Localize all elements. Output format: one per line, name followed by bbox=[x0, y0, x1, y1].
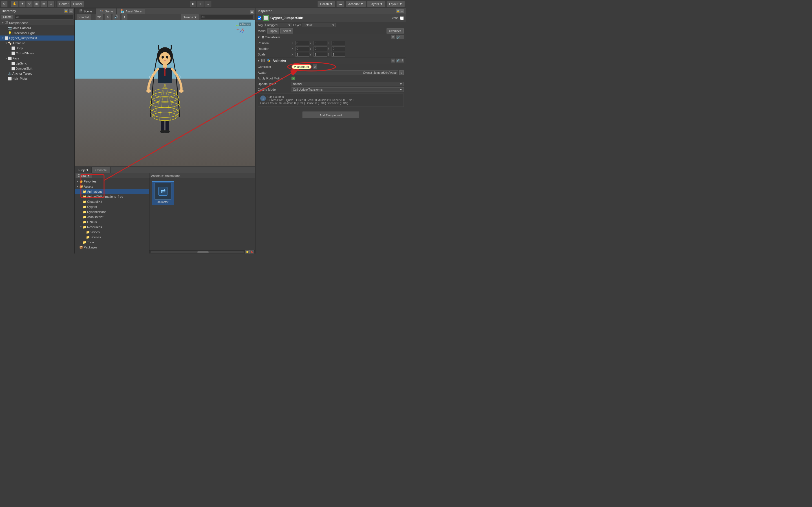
scene-view[interactable]: ↑ Y → X ↗ Z ⊲Persp bbox=[75, 20, 255, 166]
animator-header[interactable]: ▼ ✓ 🎭 Animator ⊞ 🔗 ⋮ bbox=[255, 57, 406, 64]
tab-console[interactable]: Console bbox=[92, 167, 110, 173]
hierarchy-menu-btn[interactable]: ☰ bbox=[69, 9, 73, 13]
hierarchy-item-cygnet[interactable]: ▼ ⬜ Cygnet_JumperSkirt bbox=[0, 36, 74, 41]
hierarchy-item-jumperskirt[interactable]: ▶ ⬜ JumperSkirt bbox=[0, 66, 74, 71]
model-select-btn[interactable]: Select bbox=[280, 29, 293, 34]
asset-tree-cygnet[interactable]: ▶ 📁 Cygnet bbox=[75, 204, 149, 209]
animator-grid-btn[interactable]: ⊞ bbox=[391, 59, 395, 62]
play-btn[interactable]: ▶ bbox=[190, 1, 196, 7]
asset-tree-resources[interactable]: ▼ 📁 Resources bbox=[75, 224, 149, 230]
rotation-x-input[interactable] bbox=[296, 47, 309, 51]
tag-dropdown[interactable]: Untagged ▼ bbox=[264, 23, 292, 27]
hierarchy-item-main-camera[interactable]: ▶ 📷 Main Camera bbox=[0, 25, 74, 31]
animator-asset-item[interactable]: ⇄ animator bbox=[152, 181, 174, 205]
rotation-z-input[interactable] bbox=[332, 47, 345, 51]
lighting-btn[interactable]: ☀ bbox=[104, 14, 111, 20]
animator-enable-checkbox[interactable]: ✓ bbox=[261, 59, 265, 62]
rotation-y-input[interactable] bbox=[313, 47, 327, 51]
update-mode-dropdown[interactable]: Normal ▼ bbox=[292, 82, 404, 86]
inspector-menu-btn[interactable]: ☰ bbox=[400, 9, 404, 13]
position-x-input[interactable] bbox=[296, 41, 309, 45]
tab-game[interactable]: 🎮 Game bbox=[96, 8, 117, 14]
hierarchy-item-oxford[interactable]: ▶ ⬜ OxfordShoes bbox=[0, 51, 74, 56]
rotate-tool-btn[interactable]: ↺ bbox=[26, 1, 33, 7]
layout-btn[interactable]: Layout ▼ bbox=[387, 1, 405, 7]
inspector-lock-btn[interactable]: 🔒 bbox=[396, 9, 400, 13]
asset-scrollbar[interactable]: ⭐ 🔖 bbox=[149, 250, 255, 253]
project-create-btn[interactable]: Create ▼ bbox=[76, 173, 92, 178]
asset-tree-favorites[interactable]: ▶ ⭐ Favorites bbox=[75, 179, 149, 184]
asset-tree-packages[interactable]: ▶ 📦 Packages bbox=[75, 245, 149, 250]
hierarchy-item-armature[interactable]: ▼ 🦴 Armature bbox=[0, 41, 74, 46]
asset-tree-toon[interactable]: ▶ 📁 Toon bbox=[75, 240, 149, 245]
object-active-checkbox[interactable] bbox=[258, 16, 261, 20]
asset-tree-assets[interactable]: ▼ 📁 Assets bbox=[75, 184, 149, 189]
add-component-btn[interactable]: Add Component bbox=[303, 112, 359, 118]
2d-btn[interactable]: 2D bbox=[95, 14, 103, 20]
global-btn[interactable]: Global bbox=[71, 1, 84, 7]
controller-pick-btn[interactable]: ⊙ bbox=[313, 64, 317, 69]
center-btn[interactable]: Center bbox=[57, 1, 70, 7]
shaded-dropdown[interactable]: Shaded bbox=[77, 14, 91, 20]
asset-tree-voices[interactable]: ▶ 📁 Voices bbox=[75, 230, 149, 235]
hierarchy-item-face[interactable]: ▼ ⬜ Face bbox=[0, 56, 74, 61]
pause-btn[interactable]: ⏸ bbox=[197, 1, 204, 7]
breadcrumb-assets[interactable]: Assets bbox=[151, 174, 160, 177]
hierarchy-create-btn[interactable]: Create bbox=[1, 15, 13, 20]
scroll-bookmark-btn[interactable]: 🔖 bbox=[250, 250, 254, 254]
asset-tree-animegirl[interactable]: ▶ 📁 AnimeGirlAnimations_free bbox=[75, 194, 149, 199]
transform-link-btn[interactable]: 🔗 bbox=[396, 35, 400, 39]
tab-scene[interactable]: 🎬 Scene bbox=[75, 8, 96, 14]
avatar-pick-btn[interactable]: ⊙ bbox=[399, 70, 404, 75]
hierarchy-item-lipsync[interactable]: ▶ ⬜ LipSync bbox=[0, 61, 74, 66]
model-open-btn[interactable]: Open bbox=[267, 29, 279, 34]
transform-menu-btn[interactable]: ⋮ bbox=[400, 35, 404, 39]
transform-header[interactable]: ▼ ⊞ Transform ⊞ 🔗 ⋮ bbox=[255, 34, 406, 40]
layers-btn[interactable]: Layers ▼ bbox=[367, 1, 386, 7]
scene-root-item[interactable]: ▼ 🎬 SampleScene bbox=[0, 20, 74, 25]
asset-tree-scenes[interactable]: ▶ 📁 Scenes bbox=[75, 235, 149, 240]
overrides-btn[interactable]: Overrides bbox=[387, 29, 404, 34]
apply-root-checkbox[interactable]: ✓ bbox=[292, 76, 295, 80]
account-btn[interactable]: Account ▼ bbox=[346, 1, 366, 7]
cloud-btn[interactable]: ☁ bbox=[336, 1, 345, 7]
scene-panel-menu[interactable]: ☰ bbox=[250, 10, 254, 14]
animator-menu-btn[interactable]: ⋮ bbox=[400, 59, 404, 62]
gizmos-btn[interactable]: Gizmos ▼ bbox=[181, 14, 199, 20]
asset-tree-dynamicbone[interactable]: ▶ 📁 DynamicBone bbox=[75, 209, 149, 214]
hierarchy-item-body[interactable]: ▶ ⬜ Body bbox=[0, 46, 74, 51]
animator-link-btn[interactable]: 🔗 bbox=[396, 59, 400, 62]
move-tool-btn[interactable]: ✦ bbox=[19, 1, 26, 7]
avatar-dropdown[interactable]: 👤 Cygnet_JumperSkirtAvatar bbox=[292, 70, 398, 75]
scale-tool-btn[interactable]: ⊞ bbox=[33, 1, 40, 7]
hierarchy-search-input[interactable] bbox=[15, 15, 73, 19]
scale-x-input[interactable] bbox=[296, 52, 309, 57]
rect-tool-btn[interactable]: ▭ bbox=[40, 1, 47, 7]
hand-tool-btn[interactable]: ✋ bbox=[11, 1, 18, 7]
transform-grid-btn[interactable]: ⊞ bbox=[391, 35, 395, 39]
hierarchy-item-directional-light[interactable]: ▶ 💡 Directional Light bbox=[0, 31, 74, 36]
culling-mode-dropdown[interactable]: Cull Update Transforms ▼ bbox=[292, 87, 404, 92]
step-btn[interactable]: ⏭ bbox=[204, 1, 211, 7]
audio-btn[interactable]: 🔊 bbox=[112, 14, 120, 20]
breadcrumb-animations[interactable]: Animations bbox=[165, 174, 180, 177]
layer-dropdown[interactable]: Default ▼ bbox=[302, 23, 336, 27]
hierarchy-item-anchor-target[interactable]: ▶ ⚓ Anchor Target bbox=[0, 71, 74, 76]
scale-y-input[interactable] bbox=[313, 52, 327, 57]
hierarchy-lock-btn[interactable]: 🔒 bbox=[64, 9, 68, 13]
hierarchy-item-hair[interactable]: ▶ ⬜ Hair_Pigtail bbox=[0, 76, 74, 81]
asset-tree-chatdoll[interactable]: ▶ 📁 ChatdollKit bbox=[75, 199, 149, 204]
position-z-input[interactable] bbox=[332, 41, 345, 45]
collab-btn[interactable]: Collab ▼ bbox=[317, 1, 335, 7]
static-checkbox[interactable] bbox=[400, 16, 404, 20]
asset-tree-oculus[interactable]: ▶ 📁 Oculus bbox=[75, 219, 149, 224]
transform-tool-btn[interactable]: ⊟ bbox=[48, 1, 54, 7]
scroll-left-btn[interactable]: ⭐ bbox=[245, 250, 250, 254]
unity-logo-btn[interactable]: ⊙ bbox=[1, 1, 8, 7]
tab-project[interactable]: Project bbox=[75, 167, 92, 173]
effects-btn[interactable]: ✦ bbox=[121, 14, 128, 20]
controller-field[interactable]: ⇄ animator bbox=[292, 64, 312, 69]
asset-tree-animations[interactable]: ▶ 📁 Animations bbox=[75, 189, 149, 194]
scene-search[interactable] bbox=[200, 15, 253, 19]
tab-asset-store[interactable]: 🏪 Asset Store bbox=[117, 8, 145, 14]
